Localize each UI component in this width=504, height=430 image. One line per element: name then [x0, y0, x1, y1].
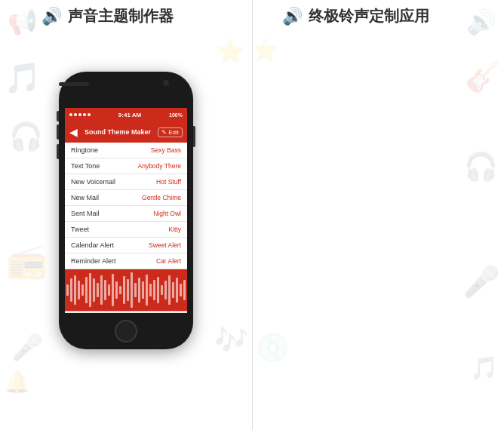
- label-ringtone: Ringtone: [71, 146, 98, 154]
- svg-rect-6: [89, 273, 91, 307]
- left-speaker-icon: 🔊: [41, 7, 62, 26]
- value-sentmail: Night Owl: [153, 210, 181, 217]
- svg-rect-16: [127, 279, 129, 301]
- decor-star-l: ⭐: [217, 38, 244, 64]
- value-calendar: Sweet Alert: [149, 241, 181, 249]
- settings-texttone[interactable]: Text Tone Anybody There: [65, 158, 187, 174]
- svg-rect-26: [164, 281, 167, 299]
- value-reminder: Car Alert: [156, 257, 181, 265]
- left-phone-screen: 9:41 AM 100% ◀ Sound Theme Maker ✎ Edit …: [65, 108, 187, 313]
- decor-mic: 🎤: [11, 332, 43, 362]
- value-tweet: Kitty: [168, 226, 181, 233]
- settings-tweet[interactable]: Tweet Kitty: [65, 222, 187, 238]
- right-header: 🔊 终极铃声定制应用: [282, 6, 429, 26]
- left-nav-title: Sound Theme Maker: [81, 128, 155, 136]
- label-reminder: Reminder Alert: [71, 257, 116, 265]
- svg-rect-24: [157, 277, 159, 303]
- value-newmail: Gentle Chime: [142, 194, 181, 201]
- left-phone-bottom: [59, 313, 193, 349]
- value-texttone: Anybody There: [138, 162, 182, 170]
- phone-speaker-grill: [59, 82, 89, 86]
- svg-rect-4: [81, 284, 84, 296]
- left-title: 声音主题制作器: [68, 6, 174, 26]
- svg-rect-19: [138, 278, 140, 303]
- svg-rect-10: [104, 280, 106, 300]
- right-half: 🔊 🎸 🎧 🎤 🎵 ⭐ 💿 🔊 终极铃声定制应用: [252, 0, 504, 430]
- settings-voicemail[interactable]: New Voicemail Hot Stuff: [65, 174, 187, 190]
- decor-star-r: ⭐: [252, 38, 278, 63]
- value-voicemail: Hot Stuff: [156, 178, 181, 186]
- settings-calendar[interactable]: Calendar Alert Sweet Alert: [65, 238, 187, 253]
- svg-rect-8: [97, 283, 99, 297]
- label-tweet: Tweet: [71, 226, 89, 233]
- svg-rect-23: [153, 280, 155, 300]
- settings-newmail[interactable]: New Mail Gentle Chime: [65, 190, 187, 206]
- decor-speaker-right: 🔊: [466, 8, 496, 36]
- svg-rect-15: [123, 276, 125, 304]
- settings-ringtone[interactable]: Ringtone Sexy Bass: [65, 143, 187, 158]
- decor-mic-r: 🎤: [463, 264, 500, 299]
- signal-dots: [69, 113, 91, 116]
- label-sentmail: Sent Mail: [71, 210, 100, 217]
- decor-bell: 🔔: [4, 370, 30, 395]
- svg-rect-20: [142, 281, 144, 299]
- decor-guitar: 🎸: [465, 60, 500, 94]
- left-time: 9:41 AM: [118, 112, 141, 118]
- svg-rect-13: [115, 281, 118, 299]
- svg-rect-17: [131, 272, 133, 308]
- decor-cd: 💿: [256, 332, 290, 364]
- left-edit-btn[interactable]: ✎ Edit: [158, 127, 183, 137]
- left-phone-frame: 9:41 AM 100% ◀ Sound Theme Maker ✎ Edit …: [59, 72, 193, 349]
- svg-rect-29: [176, 278, 178, 303]
- left-battery: 100%: [169, 112, 183, 118]
- vol-up-btn[interactable]: [57, 124, 59, 140]
- svg-rect-3: [78, 281, 80, 299]
- dot5: [88, 113, 91, 116]
- waveform-area: [65, 269, 187, 311]
- settings-reminder[interactable]: Reminder Alert Car Alert: [65, 253, 187, 269]
- mute-btn[interactable]: [57, 111, 59, 121]
- svg-rect-14: [119, 286, 121, 294]
- svg-rect-18: [134, 283, 137, 297]
- svg-rect-30: [180, 284, 182, 296]
- decor-note-r: 🎵: [470, 355, 498, 381]
- decor-radio: 📻: [6, 241, 48, 281]
- svg-rect-11: [108, 284, 110, 296]
- power-btn[interactable]: [193, 126, 195, 147]
- left-status-bar: 9:41 AM 100%: [65, 108, 187, 121]
- phone-camera: [163, 80, 169, 86]
- settings-sentmail[interactable]: Sent Mail Night Owl: [65, 206, 187, 222]
- left-nav-bar: ◀ Sound Theme Maker ✎ Edit: [65, 121, 187, 143]
- svg-rect-5: [85, 277, 88, 303]
- right-speaker-icon: 🔊: [282, 7, 303, 26]
- decor-headphone: 🎧: [9, 121, 43, 152]
- divider: [252, 0, 253, 430]
- svg-rect-28: [172, 282, 174, 298]
- svg-rect-12: [112, 274, 114, 306]
- vol-down-btn[interactable]: [57, 144, 59, 159]
- svg-rect-2: [74, 275, 76, 305]
- svg-rect-21: [146, 275, 148, 306]
- dot1: [69, 113, 72, 116]
- svg-rect-1: [70, 278, 72, 302]
- svg-rect-27: [168, 275, 171, 305]
- settings-list: Ringtone Sexy Bass Text Tone Anybody The…: [65, 143, 187, 269]
- left-half: 📢 🎵 🎧 📻 🎤 🔔 ⭐ 🎶 🔊 声音主题制作器: [0, 0, 252, 430]
- label-voicemail: New Voicemail: [71, 178, 115, 186]
- svg-rect-25: [161, 285, 163, 295]
- left-home-btn[interactable]: [115, 320, 137, 342]
- decor-speaker-left: 📢: [8, 8, 38, 36]
- dot3: [78, 113, 81, 116]
- svg-rect-7: [93, 278, 95, 302]
- label-calendar: Calendar Alert: [71, 241, 114, 249]
- svg-rect-31: [183, 280, 186, 300]
- left-header: 🔊 声音主题制作器: [41, 6, 174, 26]
- waveform-svg: [65, 269, 187, 311]
- svg-rect-0: [66, 284, 69, 296]
- svg-rect-9: [100, 275, 103, 305]
- dot4: [83, 113, 86, 116]
- right-title: 终极铃声定制应用: [309, 6, 429, 26]
- decor-note: 🎶: [214, 324, 248, 356]
- left-back-btn[interactable]: ◀: [69, 126, 78, 138]
- label-texttone: Text Tone: [71, 162, 100, 170]
